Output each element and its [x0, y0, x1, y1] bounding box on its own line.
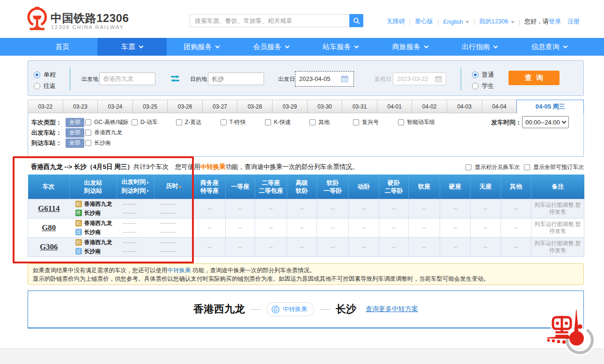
filter-option-smart[interactable]: 智能动车组: [398, 117, 435, 127]
date-tab[interactable]: 03-28: [237, 100, 272, 113]
link-accessibility[interactable]: 无障碍: [387, 17, 405, 26]
result-toggles: 显示积分兑换车次 显示全部可预订车次: [465, 163, 584, 171]
train-link[interactable]: G80: [42, 223, 56, 232]
register-link[interactable]: 注册: [567, 17, 580, 26]
filter-option-k[interactable]: K-快速: [265, 117, 291, 127]
nav-item-station-services[interactable]: 站车服务: [306, 38, 376, 56]
checkbox[interactable]: [132, 119, 138, 125]
date-tab-active[interactable]: 04-05 周三: [516, 100, 584, 113]
radio-single-trip[interactable]: [34, 72, 40, 78]
col-times[interactable]: 出发时间▲到达时间▼: [117, 175, 155, 199]
col-hard-seat: 硬座: [440, 175, 471, 199]
passenger-type-student[interactable]: 学生: [472, 82, 494, 90]
checkbox[interactable]: [176, 119, 182, 125]
nav-item-home[interactable]: 首页: [28, 38, 97, 56]
to-city-input[interactable]: 长沙: [208, 73, 264, 85]
transfer-to-city: 长沙: [336, 302, 356, 316]
swap-cities-icon[interactable]: [171, 75, 179, 82]
seat-cell: --: [379, 218, 409, 237]
passenger-type-normal[interactable]: 普通: [472, 71, 494, 79]
filter-all-wrap: 全部: [66, 128, 84, 138]
login-link[interactable]: 登录: [549, 17, 561, 26]
radio-normal[interactable]: [472, 72, 479, 78]
transfer-link[interactable]: 中转换乘: [168, 267, 191, 274]
train-number-cell: G306: [28, 237, 70, 256]
link-my12306[interactable]: 我的12306: [479, 17, 508, 26]
col-train[interactable]: 车次: [28, 175, 70, 199]
transfer-link[interactable]: 中转换乘: [200, 163, 226, 170]
radio-round-trip[interactable]: [34, 83, 40, 89]
filter-option-t[interactable]: T-特快: [221, 117, 246, 127]
checkbox[interactable]: [221, 119, 227, 125]
link-english[interactable]: English: [443, 18, 463, 25]
col-deluxe-sleeper: 高级软卧: [287, 175, 317, 199]
train-link[interactable]: G306: [40, 242, 58, 251]
checkbox[interactable]: [85, 119, 91, 125]
brand-title: 中国铁路12306: [51, 11, 129, 26]
checkbox[interactable]: [309, 119, 316, 125]
date-tab[interactable]: 04-01: [377, 100, 412, 113]
chevron-down-icon: [285, 44, 289, 48]
nav-item-group-buy[interactable]: 团购服务: [167, 38, 236, 56]
origin-badge: 始: [75, 220, 82, 226]
date-tab[interactable]: 03-31: [342, 100, 377, 113]
filter-all-badge[interactable]: 全部: [66, 118, 84, 127]
train-link[interactable]: G6114: [38, 204, 59, 213]
filter-option-gc[interactable]: GC-高铁/城际: [85, 117, 128, 127]
query-button[interactable]: 查询: [508, 71, 560, 85]
calendar-icon[interactable]: [340, 75, 349, 83]
date-tab[interactable]: 03-26: [167, 100, 202, 113]
refresh-icon: [272, 306, 280, 313]
sort-desc-icon[interactable]: ▼: [146, 189, 150, 193]
checkbox-points-trains[interactable]: [465, 164, 471, 170]
date-tab[interactable]: 04-02: [412, 100, 447, 113]
search-button[interactable]: [349, 14, 363, 27]
col-duration[interactable]: 历时▲: [155, 175, 194, 199]
trip-type-round[interactable]: 往返: [34, 82, 56, 90]
checkbox[interactable]: [85, 130, 91, 136]
filter-row-arrive-station: 到达车站： 全部 长沙南: [28, 138, 583, 148]
checkbox[interactable]: [353, 119, 359, 125]
checkbox[interactable]: [398, 119, 404, 125]
date-tab[interactable]: 03-24: [97, 100, 133, 113]
transfer-pill-button[interactable]: 中转换乘: [266, 302, 314, 316]
seat-cell: --: [409, 237, 440, 256]
nav-item-business-travel[interactable]: 商旅服务: [376, 38, 445, 56]
filter-option-fuxing[interactable]: 复兴号: [353, 117, 379, 127]
date-tab[interactable]: 04-03: [447, 100, 482, 113]
radio-student[interactable]: [472, 83, 479, 89]
depart-time-select[interactable]: 00:00--24:00: [522, 116, 569, 128]
sort-asc-icon[interactable]: ▲: [178, 184, 182, 189]
checkbox-all-bookable[interactable]: [524, 164, 530, 170]
date-tab[interactable]: 03-27: [202, 100, 237, 113]
more-transfer-link[interactable]: 查询更多中转方案: [366, 305, 418, 313]
date-tab[interactable]: 03-25: [133, 100, 168, 113]
filter-option-arrive-station[interactable]: 长沙南: [85, 138, 111, 148]
date-tab[interactable]: 04-04: [482, 100, 517, 113]
depart-date-input[interactable]: 2023-04-05: [295, 71, 354, 87]
filter-all-badge[interactable]: 全部: [66, 138, 84, 148]
sort-asc-icon[interactable]: ▲: [146, 180, 150, 184]
nav-item-travel-guide[interactable]: 出行指南: [445, 38, 515, 56]
date-tab[interactable]: 03-30: [307, 100, 342, 113]
checkbox[interactable]: [85, 140, 91, 146]
filter-all-badge[interactable]: 全部: [66, 128, 84, 138]
nav-item-info-query[interactable]: 信息查询: [515, 38, 584, 56]
checkbox[interactable]: [265, 119, 271, 125]
filter-option-depart-station[interactable]: 香港西九龙: [85, 128, 122, 138]
nav-item-tickets[interactable]: 车票: [97, 38, 167, 56]
date-tab[interactable]: 03-22: [28, 100, 63, 113]
from-city-input[interactable]: 香港西九龙: [99, 73, 155, 85]
link-care-version[interactable]: 爱心版: [415, 17, 433, 26]
filter-option-other[interactable]: 其他: [309, 117, 330, 127]
nav-item-membership[interactable]: 会员服务: [236, 38, 306, 56]
date-tab[interactable]: 03-23: [63, 100, 98, 113]
trip-type-single[interactable]: 单程: [34, 71, 56, 79]
heidian-logo-icon[interactable]: [543, 303, 594, 358]
filter-option-d[interactable]: D-动车: [132, 117, 158, 127]
terminus-badge: 终: [75, 210, 82, 216]
filter-option-z[interactable]: Z-直达: [176, 117, 201, 127]
search-input[interactable]: [190, 14, 349, 27]
12306-logo-icon[interactable]: [26, 6, 50, 32]
date-tab[interactable]: 03-29: [272, 100, 307, 113]
